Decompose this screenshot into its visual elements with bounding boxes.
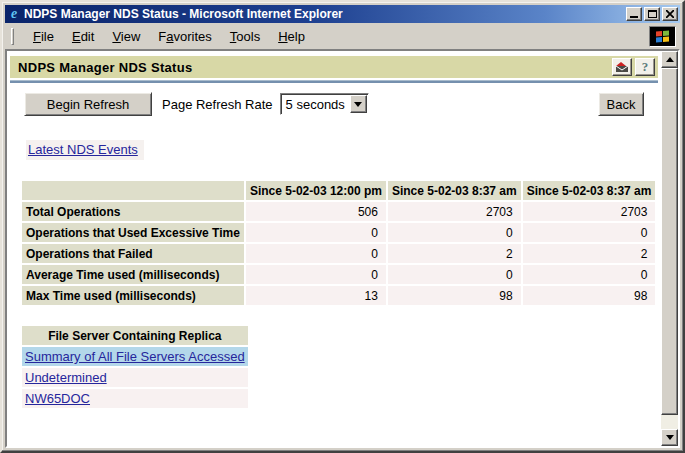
toolbar-grip[interactable] <box>11 28 14 45</box>
maximize-icon <box>648 10 657 18</box>
table-row: Max Time used (milliseconds) 13 98 98 <box>22 286 655 305</box>
stats-row-label: Average Time used (milliseconds) <box>22 265 244 284</box>
link-nw65doc[interactable]: NW65DOC <box>25 391 90 406</box>
help-icon <box>642 59 649 75</box>
stats-value: 0 <box>523 223 656 242</box>
table-row: Operations that Used Excessive Time 0 0 … <box>22 223 655 242</box>
arrow-up-icon <box>666 57 674 62</box>
list-item: Undetermined <box>22 368 248 387</box>
minimize-button[interactable] <box>626 7 642 21</box>
browser-content-frame: NDPS Manager NDS Status Begin Refresh Pa… <box>5 49 680 448</box>
close-button[interactable] <box>662 7 678 21</box>
stats-value: 0 <box>388 265 521 284</box>
servers-table-header: File Server Containing Replica <box>22 326 248 345</box>
page-header-bar: NDPS Manager NDS Status <box>10 56 658 78</box>
link-undetermined[interactable]: Undetermined <box>25 370 107 385</box>
stats-value: 2 <box>523 244 656 263</box>
stats-value: 98 <box>523 286 656 305</box>
exit-button[interactable] <box>612 58 632 76</box>
windows-logo <box>649 26 676 47</box>
stats-value: 98 <box>388 286 521 305</box>
scroll-up-button[interactable] <box>661 51 678 68</box>
scroll-down-button[interactable] <box>661 429 678 446</box>
internet-explorer-icon: e <box>7 7 21 21</box>
menu-tools[interactable]: Tools <box>221 27 269 46</box>
windows-flag-icon <box>656 30 669 42</box>
close-icon <box>666 10 674 18</box>
stats-value: 0 <box>388 223 521 242</box>
stats-row-label: Max Time used (milliseconds) <box>22 286 244 305</box>
table-row: Average Time used (milliseconds) 0 0 0 <box>22 265 655 284</box>
menu-favorites[interactable]: Favorites <box>149 27 220 46</box>
refresh-rate-label: Page Refresh Rate <box>162 97 273 112</box>
page-title: NDPS Manager NDS Status <box>18 60 609 75</box>
stats-col-header: Since 5-02-03 12:00 pm <box>246 181 386 200</box>
dropdown-arrow-button[interactable] <box>350 95 367 113</box>
minimize-icon <box>630 16 638 18</box>
exit-icon <box>616 62 629 73</box>
menu-view[interactable]: View <box>103 27 149 46</box>
stats-value: 2703 <box>388 202 521 221</box>
window-title: NDPS Manager NDS Status - Microsoft Inte… <box>24 7 623 21</box>
stats-row-label: Operations that Used Excessive Time <box>22 223 244 242</box>
maximize-button[interactable] <box>644 7 660 21</box>
header-divider <box>10 80 658 83</box>
refresh-rate-select[interactable]: 5 seconds <box>280 93 369 115</box>
stats-row-label: Total Operations <box>22 202 244 221</box>
chevron-down-icon <box>354 102 362 107</box>
help-button[interactable] <box>635 58 655 76</box>
back-button[interactable]: Back <box>598 92 644 116</box>
stats-value: 0 <box>523 265 656 284</box>
browser-window: e NDPS Manager NDS Status - Microsoft In… <box>0 0 685 453</box>
stats-value: 0 <box>246 244 386 263</box>
begin-refresh-button[interactable]: Begin Refresh <box>24 92 152 116</box>
stats-row-label: Operations that Failed <box>22 244 244 263</box>
table-row: Total Operations 506 2703 2703 <box>22 202 655 221</box>
stats-header-row: Since 5-02-03 12:00 pm Since 5-02-03 8:3… <box>22 181 655 200</box>
stats-value: 2 <box>388 244 521 263</box>
scrollbar-thumb[interactable] <box>661 68 678 415</box>
file-servers-table: File Server Containing Replica Summary o… <box>20 324 250 410</box>
refresh-rate-value: 5 seconds <box>281 97 350 112</box>
stats-value: 506 <box>246 202 386 221</box>
title-bar: e NDPS Manager NDS Status - Microsoft In… <box>5 5 680 23</box>
list-item: Summary of All File Servers Accessed <box>22 347 248 366</box>
nds-stats-table: Since 5-02-03 12:00 pm Since 5-02-03 8:3… <box>20 179 657 307</box>
stats-value: 0 <box>246 265 386 284</box>
link-summary-all-file-servers[interactable]: Summary of All File Servers Accessed <box>25 349 245 364</box>
list-item: NW65DOC <box>22 389 248 408</box>
stats-corner-cell <box>22 181 244 200</box>
stats-col-header: Since 5-02-03 8:37 am <box>388 181 521 200</box>
latest-nds-events-link[interactable]: Latest NDS Events <box>28 142 138 157</box>
menu-bar: File Edit View Favorites Tools Help <box>5 23 680 49</box>
table-row: Operations that Failed 0 2 2 <box>22 244 655 263</box>
page: NDPS Manager NDS Status Begin Refresh Pa… <box>7 51 661 446</box>
events-link-wrap: Latest NDS Events <box>26 140 144 160</box>
stats-value: 13 <box>246 286 386 305</box>
menu-edit[interactable]: Edit <box>63 27 103 46</box>
stats-value: 2703 <box>523 202 656 221</box>
scrollbar-track[interactable] <box>661 68 678 429</box>
servers-header-row: File Server Containing Replica <box>22 326 248 345</box>
stats-col-header: Since 5-02-03 8:37 am <box>523 181 656 200</box>
toolbar: Begin Refresh Page Refresh Rate 5 second… <box>24 92 644 116</box>
menu-help[interactable]: Help <box>269 27 314 46</box>
arrow-down-icon <box>666 435 674 440</box>
vertical-scrollbar[interactable] <box>661 51 678 446</box>
stats-value: 0 <box>246 223 386 242</box>
menu-file[interactable]: File <box>24 27 63 46</box>
